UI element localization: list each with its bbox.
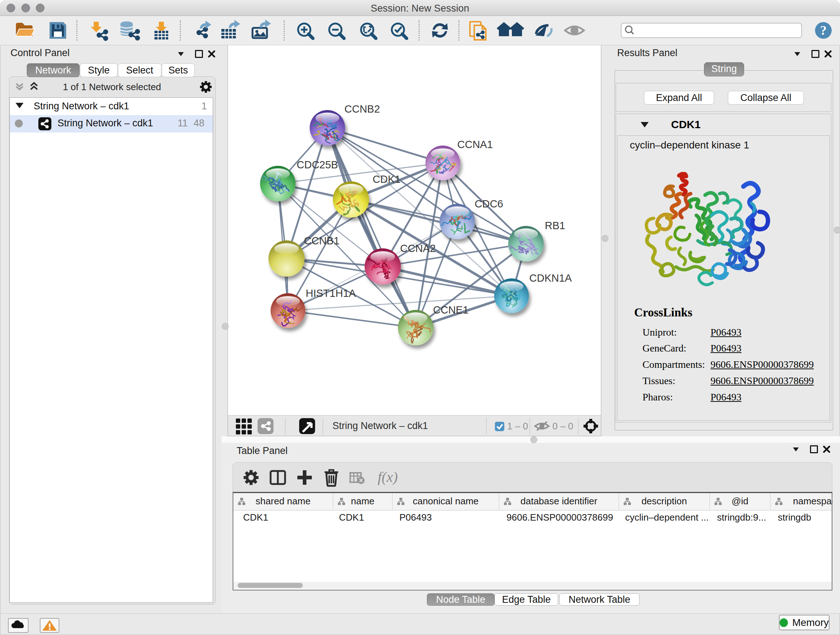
- svg-text:CCNA1: CCNA1: [457, 139, 493, 150]
- svg-text:CDC6: CDC6: [475, 198, 503, 210]
- svg-text:CCNE1: CCNE1: [433, 304, 469, 316]
- svg-text:CDC25B: CDC25B: [297, 159, 338, 171]
- svg-text:CDK1: CDK1: [373, 173, 401, 185]
- svg-text:CCNB2: CCNB2: [344, 103, 380, 115]
- svg-text:RB1: RB1: [545, 220, 565, 231]
- svg-text:HIST1H1A: HIST1H1A: [306, 287, 356, 299]
- svg-text:?: ?: [820, 23, 827, 38]
- svg-text:CDKN1A: CDKN1A: [529, 272, 572, 284]
- svg-text:CCNA2: CCNA2: [400, 242, 436, 254]
- svg-text:CCNB1: CCNB1: [304, 235, 339, 247]
- svg-text:f(x): f(x): [378, 469, 398, 485]
